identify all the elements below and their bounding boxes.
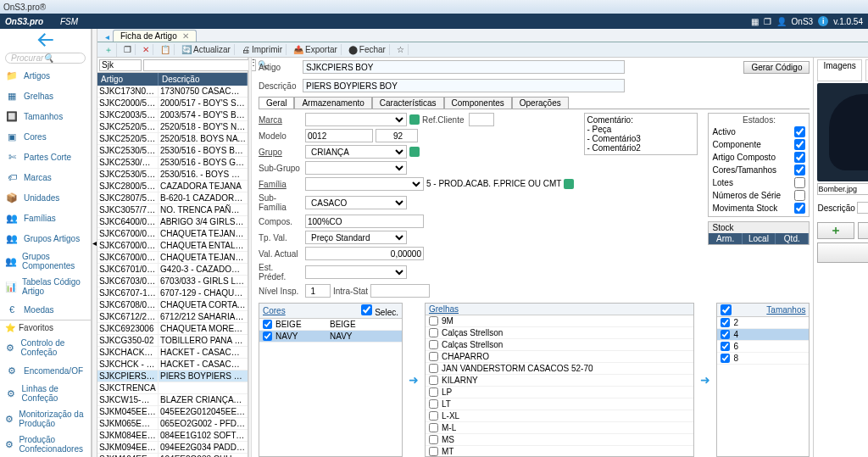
input-refcli[interactable] (469, 113, 494, 126)
close-button[interactable]: ⬤ Fechar (345, 44, 390, 55)
sidebar-splitter[interactable]: ◂ (92, 29, 97, 457)
table-row[interactable]: SJKC6923006CHAQUETA MORENA 6702/010/CHAQ… (97, 323, 248, 335)
tamanhos-title[interactable]: Tamanhos (766, 305, 805, 315)
table-row[interactable]: SJKC6400/050/..ABRIGO 3/4 GIRLS C/LYCRAA… (97, 216, 248, 228)
grelha-check[interactable] (429, 387, 438, 397)
label-grupo[interactable]: Grupo (259, 148, 303, 157)
select-grupo[interactable]: CRIANÇA (305, 145, 407, 159)
input-compos[interactable] (305, 215, 424, 228)
sidebar-item-unidades[interactable]: 📦Unidades (0, 187, 91, 208)
grelha-row[interactable]: JAN VANDERSTORM CASACOS 52-70 (426, 363, 693, 375)
select-marca[interactable] (305, 113, 407, 126)
export-button[interactable]: 📤 Exportar (290, 44, 342, 55)
ref-icon-2[interactable] (409, 147, 420, 157)
cores-title[interactable]: Cores (263, 306, 286, 315)
select-tpval[interactable]: Preço Standard (305, 231, 407, 244)
table-row[interactable]: SJKC6701/003/..G420-3 - CAZADORA TEJANAG… (97, 264, 248, 276)
grelha-check[interactable] (429, 376, 438, 385)
tamanho-row[interactable]: 8 (717, 353, 809, 365)
duplicate-button[interactable]: ❐ (120, 44, 136, 55)
grelha-check[interactable] (429, 423, 438, 432)
grid-header-desc[interactable]: Descrição (159, 73, 248, 86)
table-row[interactable]: SJKC6700/002CHAQUETA ENTALLADACHAQUETA E… (97, 240, 248, 252)
select-estpred[interactable] (305, 265, 407, 279)
fav-item[interactable]: ⚙Monitorização da Produção (0, 406, 91, 432)
tab-close-icon[interactable]: ✕ (182, 31, 189, 41)
estado-check[interactable] (794, 139, 805, 150)
table-row[interactable]: SJKM094EE2G034094EE2G034 PADDED WOOL NYL… (97, 442, 248, 454)
label-familia[interactable]: Família (259, 180, 303, 189)
sidebar-item-partes-corte[interactable]: ✄Partes Corte (0, 147, 91, 167)
input-intrastat[interactable] (370, 284, 430, 298)
table-row[interactable]: SJKC2003/5742003/574 - BOY'S BLAZER PIQU… (97, 109, 248, 121)
subtab-componentes[interactable]: Componentes (444, 97, 512, 109)
tab-prev-icon[interactable]: ◂ (101, 32, 113, 42)
ref-icon[interactable] (409, 114, 420, 125)
tamanho-row[interactable]: 6 (717, 341, 809, 353)
grelha-row[interactable]: 9M (426, 315, 693, 327)
input-artigo[interactable] (303, 60, 625, 74)
copy-button[interactable]: 📋 (157, 44, 175, 55)
image-desc-input[interactable] (857, 202, 868, 214)
table-row[interactable]: SJKC2800/592CAZADORA TEJANA (97, 181, 248, 192)
ref-icon-3[interactable] (564, 179, 574, 189)
estado-check[interactable] (794, 126, 805, 137)
cor-check[interactable] (263, 320, 272, 329)
table-row[interactable]: SJKCPIERS BOYPIERS BOYPIERS BOY (97, 371, 248, 382)
estado-check[interactable] (794, 164, 805, 176)
grelha-check[interactable] (429, 316, 438, 326)
print-button[interactable]: 🖨 Imprimir (238, 44, 287, 55)
grelha-check[interactable] (429, 399, 438, 409)
grelha-row[interactable]: Calças Strellson (426, 327, 693, 339)
info-icon[interactable]: i (818, 16, 828, 26)
input-desc[interactable] (303, 79, 625, 92)
estado-check[interactable] (794, 177, 805, 188)
sidebar-item-tabelas-código-artigo[interactable]: 📊Tabelas Código Artigo (0, 274, 91, 299)
input-modelo[interactable] (305, 129, 373, 142)
grelha-row[interactable]: L-XL (426, 410, 693, 422)
cores-arrow[interactable]: ➜ (408, 373, 420, 387)
fav-item[interactable]: ⚙Produção Confecionadores (0, 432, 91, 457)
grelha-row[interactable]: LT (426, 398, 693, 410)
table-row[interactable]: SJKCG350-02TOBILLERO PANA 5005/010/TOBIL… (97, 335, 248, 347)
sidebar-item-grupos-componentes[interactable]: 👥Grupos Componentes (0, 248, 91, 274)
table-row[interactable]: SJKC3057/763NO. TRENCA PAÑO CAMEL DOBLE … (97, 204, 248, 216)
subtab-características[interactable]: Características (372, 97, 444, 109)
cores-selec-check[interactable] (361, 304, 372, 315)
grelha-check[interactable] (429, 328, 438, 337)
input-modelo-n[interactable] (376, 129, 418, 142)
table-row[interactable]: SJKC2807/550/44B-620-1 CAZADORA TEJANAB-… (97, 192, 248, 204)
sidebar-item-famílias[interactable]: 👥Famílias (0, 208, 91, 228)
window-icon[interactable]: ❐ (764, 17, 771, 26)
grelha-row[interactable]: MT (426, 446, 693, 456)
table-row[interactable]: SJKC2000/5172000/517 - BOY'S SEERSUCKER … (97, 98, 248, 109)
label-marca[interactable]: Marca (259, 115, 303, 125)
table-row[interactable]: SJKC6700/001CHAQUETA TEJANACHAQUETA TEJA… (97, 228, 248, 240)
grelhas-title[interactable]: Grelhas (429, 304, 459, 314)
image-save-button[interactable]: 💾 (858, 222, 868, 239)
filter-artigo-input[interactable] (99, 59, 142, 71)
grelha-row[interactable]: LP (426, 387, 693, 398)
sidebar-item-marcas[interactable]: 🏷Marcas (0, 167, 91, 187)
delete-button[interactable]: ✕ (139, 44, 153, 55)
grelha-check[interactable] (429, 411, 438, 421)
subtab-geral[interactable]: Geral (259, 97, 294, 109)
tamanho-check[interactable] (721, 330, 730, 339)
sidebar-item-tamanhos[interactable]: 🔲Tamanhos (0, 106, 91, 126)
refresh-button[interactable]: 🔄 Actualizar (178, 44, 235, 55)
grelha-row[interactable]: M-L (426, 422, 693, 434)
estado-check[interactable] (794, 203, 805, 214)
sidebar-item-grelhas[interactable]: ▦Grelhas (0, 86, 91, 106)
table-row[interactable]: SJKC2520/518.2520/518. BOYS NAVY6701/007… (97, 133, 248, 145)
tab-ficha-artigo[interactable]: Ficha de Artigo ✕ (113, 30, 197, 42)
estado-check[interactable] (794, 152, 805, 163)
table-row[interactable]: SJKCW15-M-18-SBLAZER CRIANÇAW15-M-11-S -… (97, 394, 248, 406)
table-row[interactable]: SJKC6700/061/40CHAQUETA TEJANACHAQUETA T… (97, 252, 248, 264)
tamanho-row[interactable]: 2 (717, 317, 809, 329)
cor-row[interactable]: NAVYNAVY (259, 331, 402, 343)
table-row[interactable]: SJKC6712/2126712/212 SAHARIANA ALGODON67… (97, 311, 248, 323)
table-row[interactable]: SJKC2530/5162530/516 - BOYS BLAZER HUSKY… (97, 145, 248, 157)
grelhas-arrow[interactable]: ➜ (699, 373, 711, 387)
tamanho-row[interactable]: 4 (717, 329, 809, 341)
table-row[interactable]: SJKCTRENCA (97, 382, 248, 394)
